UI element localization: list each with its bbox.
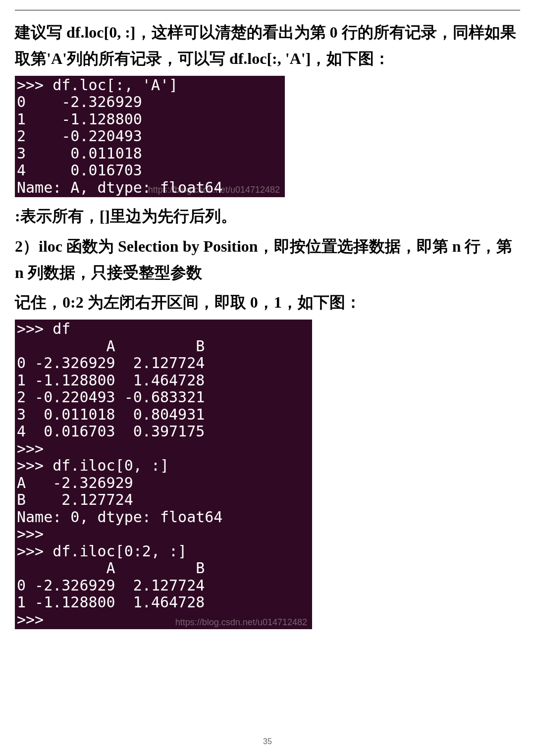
page-number: 35 — [0, 737, 535, 746]
top-divider — [15, 10, 520, 10]
paragraph-1: 建议写 df.loc[0, :]，这样可以清楚的看出为第 0 行的所有记录，同样… — [15, 19, 520, 72]
paragraph-4: 记住，0:2 为左闭右开区间，即取 0，1，如下图： — [15, 289, 520, 316]
terminal-1-content: >>> df.loc[:, 'A'] 0 -2.326929 1 -1.1288… — [17, 76, 222, 196]
terminal-block-2: >>> df A B 0 -2.326929 2.127724 1 -1.128… — [15, 320, 312, 629]
terminal-1-watermark: https://blog.csdn.net/u014712482 — [148, 185, 280, 195]
paragraph-2: :表示所有，[]里边为先行后列。 — [15, 203, 520, 229]
terminal-2-content: >>> df A B 0 -2.326929 2.127724 1 -1.128… — [17, 320, 222, 628]
paragraph-3: 2）iloc 函数为 Selection by Position，即按位置选择数… — [15, 233, 520, 286]
terminal-2-watermark: https://blog.csdn.net/u014712482 — [175, 617, 307, 628]
terminal-block-1: >>> df.loc[:, 'A'] 0 -2.326929 1 -1.1288… — [15, 76, 285, 198]
